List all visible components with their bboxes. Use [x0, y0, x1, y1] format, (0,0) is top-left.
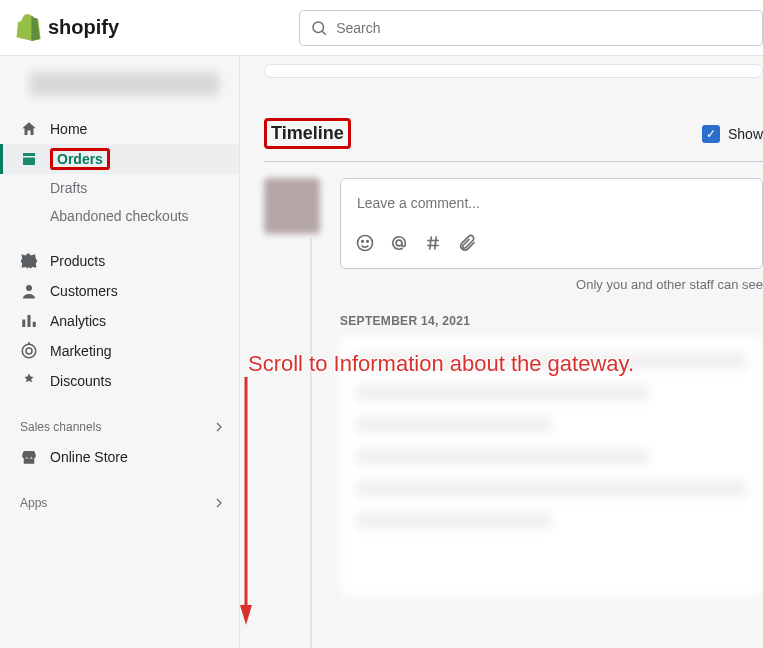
sidebar-item-label: Orders [57, 151, 103, 167]
svg-point-2 [26, 285, 32, 291]
avatar [264, 178, 320, 234]
hashtag-icon[interactable] [423, 233, 443, 258]
checkbox-checked-icon[interactable]: ✓ [702, 125, 720, 143]
svg-marker-18 [240, 605, 252, 625]
search-box[interactable] [299, 10, 763, 46]
comment-input[interactable] [341, 179, 762, 227]
sidebar-sub-drafts[interactable]: Drafts [0, 174, 239, 202]
svg-point-10 [362, 241, 364, 243]
staff-note: Only you and other staff can see [340, 277, 763, 292]
home-icon [20, 120, 38, 138]
sidebar-item-label: Home [50, 121, 87, 137]
show-label: Show [728, 126, 763, 142]
sidebar-sub-abandoned[interactable]: Abandoned checkouts [0, 202, 239, 230]
sidebar-section-apps[interactable]: Apps [0, 488, 239, 518]
svg-line-1 [323, 31, 326, 34]
sidebar-item-label: Online Store [50, 449, 128, 465]
sidebar-item-discounts[interactable]: Discounts [0, 366, 239, 396]
timeline-title: Timeline [271, 123, 344, 143]
svg-rect-3 [22, 320, 25, 328]
sidebar-item-label: Marketing [50, 343, 111, 359]
shopify-bag-icon [16, 14, 42, 42]
store-name-placeholder [30, 72, 219, 96]
search-icon [310, 19, 328, 37]
sidebar-item-label: Discounts [50, 373, 111, 389]
svg-line-15 [430, 236, 432, 249]
sidebar-item-label: Analytics [50, 313, 106, 329]
sidebar-item-home[interactable]: Home [0, 114, 239, 144]
marketing-icon [20, 342, 38, 360]
timeline-date: SEPTEMBER 14, 2021 [340, 314, 763, 328]
sidebar-item-orders[interactable]: Orders [0, 144, 239, 174]
sidebar-section-sales-channels[interactable]: Sales channels [0, 412, 239, 442]
sidebar-item-analytics[interactable]: Analytics [0, 306, 239, 336]
sidebar-item-customers[interactable]: Customers [0, 276, 239, 306]
card-top-sliver [264, 64, 763, 78]
sidebar: Home Orders Drafts Abandoned checkouts P… [0, 56, 240, 648]
discounts-icon [20, 372, 38, 390]
sidebar-item-label: Products [50, 253, 105, 269]
svg-point-7 [26, 348, 32, 354]
search-input[interactable] [336, 20, 752, 36]
timeline-entry-blurred [340, 336, 763, 596]
sidebar-item-products[interactable]: Products [0, 246, 239, 276]
attach-icon[interactable] [457, 233, 477, 258]
chevron-right-icon [211, 495, 227, 511]
svg-rect-5 [33, 322, 36, 327]
sidebar-item-marketing[interactable]: Marketing [0, 336, 239, 366]
svg-rect-4 [28, 315, 31, 327]
mention-icon[interactable] [389, 233, 409, 258]
main-content: Timeline ✓ Show [240, 56, 763, 648]
chevron-right-icon [211, 419, 227, 435]
shopify-logo: shopify [16, 14, 119, 42]
comment-box[interactable] [340, 178, 763, 269]
svg-point-6 [22, 344, 36, 358]
svg-point-11 [367, 241, 369, 243]
orders-highlight: Orders [50, 148, 110, 170]
sidebar-item-online-store[interactable]: Online Store [0, 442, 239, 472]
timeline-line [310, 238, 312, 648]
svg-point-0 [313, 22, 324, 33]
analytics-icon [20, 312, 38, 330]
sidebar-item-label: Customers [50, 283, 118, 299]
svg-line-16 [435, 236, 437, 249]
svg-point-12 [396, 240, 402, 246]
customers-icon [20, 282, 38, 300]
orders-icon [20, 150, 38, 168]
products-icon [20, 252, 38, 270]
divider [264, 161, 763, 162]
emoji-icon[interactable] [355, 233, 375, 258]
brand-label: shopify [48, 16, 119, 39]
timeline-highlight: Timeline [264, 118, 351, 149]
store-icon [20, 448, 38, 466]
svg-point-9 [358, 236, 373, 251]
show-comments-toggle[interactable]: ✓ Show [702, 125, 763, 143]
